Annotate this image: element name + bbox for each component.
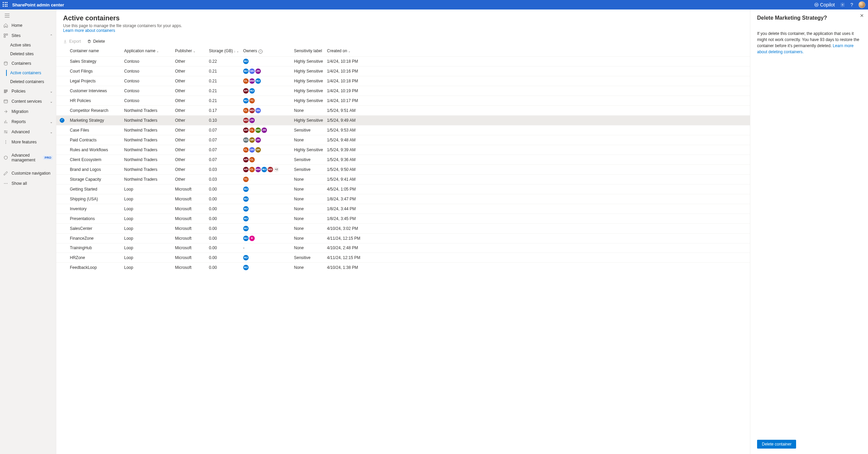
table-row[interactable]: Legal ProjectsContosoOther0.21CLMWMJHigh… (56, 76, 750, 86)
nav-sites[interactable]: Sites ⌃ (0, 31, 56, 41)
svg-point-26 (4, 183, 5, 184)
nav-migration[interactable]: Migration (0, 106, 56, 117)
cell-storage: 0.00 (207, 214, 241, 223)
table-row[interactable]: Court FilingsContosoOther0.21MJSNZRHighl… (56, 66, 750, 76)
cell-storage: 0.10 (207, 115, 241, 125)
table-row[interactable]: Case FilesNorthwind TradersOther0.07ARCL… (56, 125, 750, 135)
cell-container-name[interactable]: TrainingHub (68, 243, 122, 253)
close-icon[interactable]: ✕ (860, 13, 864, 18)
waffle-icon[interactable] (3, 2, 8, 7)
nav-active-containers[interactable]: Active containers (0, 68, 56, 77)
avatar: TC (243, 177, 249, 182)
left-nav: Home Sites ⌃ Active sites Deleted sites … (0, 9, 56, 454)
cell-container-name[interactable]: HR Policies (68, 96, 122, 105)
table-row[interactable]: Client EcosystemNorthwind TradersOther0.… (56, 155, 750, 164)
nav-deleted-sites[interactable]: Deleted sites (0, 50, 56, 58)
learn-more-link[interactable]: Learn more about containers (63, 28, 115, 33)
cell-created: 4/10/24, 3:02 PM (325, 223, 750, 233)
nav-show-all[interactable]: Show all (0, 178, 56, 189)
nav-advanced-management[interactable]: Advanced management PRO (0, 153, 56, 163)
nav-customize-navigation[interactable]: Customize navigation (0, 168, 56, 178)
table-row[interactable]: SalesCenterLoopMicrosoft0.00MJNone4/10/2… (56, 223, 750, 233)
table-row[interactable]: TrainingHubLoopMicrosoft0.00-None4/10/24… (56, 243, 750, 253)
profile-avatar[interactable] (859, 1, 865, 8)
table-row[interactable]: Customer InterviewsContosoOther0.21ARMJH… (56, 86, 750, 96)
nav-home[interactable]: Home (0, 20, 56, 31)
avatar: MJ (243, 226, 249, 231)
row-select[interactable] (60, 118, 64, 123)
nav-more-features[interactable]: More features (0, 137, 56, 147)
table-row[interactable]: Brand and LogosNorthwind TradersOther0.0… (56, 164, 750, 174)
table-row[interactable]: FeedbackLoopLoopMicrosoft0.00MJNone4/10/… (56, 262, 750, 272)
col-application-name[interactable]: Application name⌄ (122, 46, 173, 56)
table-row[interactable]: PresentationsLoopMicrosoft0.00MJNone1/8/… (56, 214, 750, 223)
cell-application: Northwind Traders (122, 105, 173, 115)
cell-publisher: Other (173, 86, 207, 96)
table-row[interactable]: HR PoliciesContosoOther0.21MJTCHighly Se… (56, 96, 750, 105)
cell-container-name[interactable]: Case Files (68, 125, 122, 135)
table-row[interactable]: Storage CapacityNorthwind TradersOther0.… (56, 174, 750, 184)
cell-container-name[interactable]: SalesCenter (68, 223, 122, 233)
table-row[interactable]: Sales StrategyContosoOther0.22MJHighly S… (56, 56, 750, 66)
cell-container-name[interactable]: Inventory (68, 204, 122, 214)
cell-container-name[interactable]: Court Filings (68, 66, 122, 76)
table-row[interactable]: Paid ContractsNorthwind TradersOther0.07… (56, 135, 750, 145)
delete-button[interactable]: Delete (87, 39, 105, 44)
export-button[interactable]: Export (63, 39, 81, 44)
col-container-name[interactable]: Container name (68, 46, 122, 56)
cell-publisher: Other (173, 115, 207, 125)
cell-container-name[interactable]: Customer Interviews (68, 86, 122, 96)
table-row[interactable]: Shipping (USA)LoopMicrosoft0.00MJNone1/8… (56, 194, 750, 204)
cell-container-name[interactable]: FinanceZone (68, 233, 122, 243)
cell-container-name[interactable]: HRZone (68, 253, 122, 262)
cell-owners: MJTC (241, 96, 292, 105)
table-row[interactable]: HRZoneLoopMicrosoft0.00MJSensitive4/11/2… (56, 253, 750, 262)
cell-container-name[interactable]: Competitor Research (68, 105, 122, 115)
cell-container-name[interactable]: Presentations (68, 214, 122, 223)
col-publisher[interactable]: Publisher⌄ (173, 46, 207, 56)
nav-containers[interactable]: Containers (0, 58, 56, 68)
content-services-icon (3, 99, 8, 104)
cell-publisher: Other (173, 96, 207, 105)
nav-collapse-button[interactable] (0, 11, 56, 20)
table-row[interactable]: Rules and WorkflowsNorthwind TradersOthe… (56, 145, 750, 155)
cell-container-name[interactable]: FeedbackLoop (68, 262, 122, 272)
copilot-button[interactable]: Copilot (814, 2, 835, 7)
cell-storage: 0.03 (207, 164, 241, 174)
cell-container-name[interactable]: Sales Strategy (68, 56, 122, 66)
col-sensitivity[interactable]: Sensitivity label (292, 46, 325, 56)
table-row[interactable]: FinanceZoneLoopMicrosoft0.00MJRNone4/11/… (56, 233, 750, 243)
cell-container-name[interactable]: Getting Started (68, 184, 122, 194)
nav-content-services[interactable]: Content services ⌄ (0, 96, 56, 106)
cell-container-name[interactable]: Paid Contracts (68, 135, 122, 145)
col-owners[interactable]: Ownersi (241, 46, 292, 56)
cell-container-name[interactable]: Marketing Strategy (68, 115, 122, 125)
info-icon[interactable]: i (258, 50, 263, 54)
help-icon[interactable]: ? (850, 2, 853, 7)
col-storage[interactable]: Storage (GB)↓ ⌄ (207, 46, 241, 56)
settings-icon[interactable] (840, 2, 845, 7)
table-row[interactable]: Competitor ResearchNorthwind TradersOthe… (56, 105, 750, 115)
delete-container-button[interactable]: Delete container (757, 440, 796, 449)
cell-created: 4/10/24, 2:48 PM (325, 243, 750, 253)
cell-owners: MJ (241, 253, 292, 262)
cell-storage: 0.00 (207, 253, 241, 262)
nav-deleted-containers[interactable]: Deleted containers (0, 77, 56, 86)
table-row[interactable]: Marketing StrategyNorthwind TradersOther… (56, 115, 750, 125)
nav-advanced[interactable]: Advanced ⌄ (0, 127, 56, 137)
avatar-overflow[interactable]: +2 (274, 167, 279, 172)
nav-active-sites[interactable]: Active sites (0, 41, 56, 50)
cell-container-name[interactable]: Legal Projects (68, 76, 122, 86)
cell-container-name[interactable]: Storage Capacity (68, 174, 122, 184)
col-created-on[interactable]: Created on⌄ (325, 46, 750, 56)
nav-policies[interactable]: Policies ⌄ (0, 86, 56, 96)
cell-container-name[interactable]: Rules and Workflows (68, 145, 122, 155)
cell-container-name[interactable]: Client Ecosystem (68, 155, 122, 164)
cell-container-name[interactable]: Shipping (USA) (68, 194, 122, 204)
table-row[interactable]: InventoryLoopMicrosoft0.00MJNone1/8/24, … (56, 204, 750, 214)
nav-reports[interactable]: Reports ⌄ (0, 117, 56, 127)
cell-application: Northwind Traders (122, 145, 173, 155)
cell-container-name[interactable]: Brand and Logos (68, 164, 122, 174)
table-row[interactable]: Getting StartedLoopMicrosoft0.00MJNone4/… (56, 184, 750, 194)
cell-sensitivity: Highly Sensitive (292, 96, 325, 105)
